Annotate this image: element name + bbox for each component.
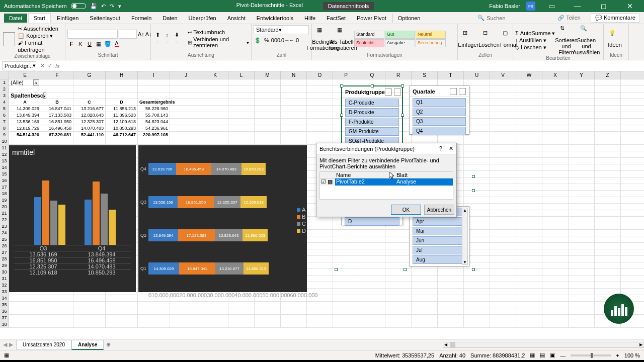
enter-formula-icon[interactable]: ✓ — [48, 62, 52, 69]
fx-icon[interactable]: fx — [55, 63, 60, 69]
col-header[interactable]: S — [412, 71, 438, 79]
col-header[interactable]: Y — [569, 71, 595, 79]
view-layout-icon[interactable]: ▤ — [540, 352, 545, 358]
decrease-decimal-icon[interactable]: ←.0 — [290, 36, 298, 44]
delete-cells-button[interactable]: ⊟Löschen — [480, 30, 498, 48]
menu-formulas[interactable]: Formeln — [126, 14, 156, 23]
slicer-item[interactable]: Aug — [413, 255, 466, 264]
col-header[interactable]: E — [9, 71, 41, 79]
zoom-out-icon[interactable]: — — [560, 352, 566, 358]
col-header[interactable]: V — [490, 71, 516, 79]
ribbon-display-icon[interactable]: ▭ — [541, 2, 561, 10]
thousands-icon[interactable]: 000 — [272, 36, 280, 44]
col-header[interactable]: F — [41, 71, 73, 79]
cut-button[interactable]: ✂ Ausschneiden — [18, 25, 63, 32]
search-label[interactable]: Suchen — [487, 15, 505, 21]
col-header[interactable]: R — [385, 71, 412, 79]
worksheet[interactable]: 1(Alle)▾23Spaltenbesc▾4ABCDGesamtergebni… — [0, 79, 644, 339]
name-box[interactable]: Produktgr...▾ — [2, 61, 36, 70]
col-header[interactable]: U — [464, 71, 490, 79]
autosave-toggle[interactable] — [71, 3, 86, 9]
horizontal-scrollbar[interactable]: ◀ ▶ — [443, 342, 644, 348]
col-name[interactable]: Name — [335, 172, 395, 178]
copy-button[interactable]: 📋 Kopieren ▾ — [18, 32, 63, 39]
menu-options[interactable]: Optionen — [392, 14, 426, 23]
menu-review[interactable]: Überprüfen — [184, 14, 221, 23]
col-header[interactable]: G — [73, 71, 106, 79]
col-header[interactable]: X — [542, 71, 569, 79]
font-color-icon[interactable]: A — [113, 40, 121, 48]
view-pagebreak-icon[interactable]: ▣ — [550, 352, 555, 358]
slicer-scrollbar[interactable]: ▲ ▼ — [462, 208, 468, 265]
zoom-slider[interactable] — [571, 354, 611, 356]
undo-icon[interactable]: ↶ — [101, 3, 106, 10]
slicer-produktgruppe[interactable]: Produktgruppe C-ProdukteD-ProdukteF-Prod… — [341, 85, 403, 145]
slicer-item[interactable]: Jul — [413, 246, 466, 254]
size-select[interactable] — [119, 30, 137, 39]
redo-icon[interactable]: ↷ — [110, 3, 114, 10]
alignment-grid[interactable]: ⬆↕⬇ ≡≡≡ — [153, 32, 181, 46]
slicer-item[interactable]: D-Produkte — [345, 108, 399, 117]
dialog-help-icon[interactable]: ? — [439, 145, 442, 151]
col-header[interactable]: H — [106, 71, 138, 79]
clear-filter-icon[interactable] — [459, 88, 466, 95]
tab-nav-left-icon[interactable]: ◀ — [3, 341, 7, 348]
menu-factset[interactable]: FactSet — [321, 14, 351, 23]
underline-icon[interactable]: U — [86, 40, 94, 48]
bold-icon[interactable]: F — [67, 40, 75, 48]
slicer-quartale[interactable]: Quartale Q1Q2Q3Q4 — [409, 85, 469, 135]
col-header[interactable]: K — [202, 71, 228, 79]
save-icon[interactable]: 💾 — [90, 3, 97, 10]
slicer-item[interactable]: Q1 — [413, 98, 466, 107]
menu-insert[interactable]: Einfügen — [52, 14, 84, 23]
slicer-item[interactable]: Jun — [413, 236, 466, 245]
autosum-button[interactable]: Σ AutoSumme ▾ — [515, 30, 555, 37]
add-sheet-icon[interactable]: ⊕ — [104, 341, 113, 348]
increase-decimal-icon[interactable]: .0→ — [281, 36, 289, 44]
multiselect-icon[interactable] — [450, 88, 457, 95]
col-header[interactable]: P — [333, 71, 359, 79]
menu-powerpivot[interactable]: Power Pivot — [352, 14, 391, 23]
zoom-level[interactable]: 100 % — [624, 352, 640, 358]
italic-icon[interactable]: K — [76, 40, 85, 48]
wrap-text-button[interactable]: ↩ Textumbruch — [188, 29, 249, 35]
slicer-item[interactable]: Q2 — [413, 108, 466, 116]
sheet-tab-analyse[interactable]: Analyse — [71, 340, 104, 350]
minimize-icon[interactable]: — — [568, 2, 588, 10]
formula-input[interactable] — [60, 61, 644, 70]
ok-button[interactable]: OK — [391, 205, 421, 215]
slicer-item[interactable]: Q4 — [413, 127, 466, 135]
close-icon[interactable]: ✕ — [620, 2, 640, 10]
share-button[interactable]: 🔗 Teilen — [557, 15, 581, 21]
increase-font-icon[interactable]: A↑ — [138, 31, 144, 37]
tab-nav-right-icon[interactable]: ▶ — [9, 341, 13, 348]
dialog-close-icon[interactable]: ✕ — [449, 145, 453, 151]
menu-help[interactable]: Hilfe — [299, 14, 320, 23]
percent-icon[interactable]: % — [263, 36, 271, 44]
insert-cells-button[interactable]: ⊞Einfügen — [460, 30, 478, 48]
slicer-item[interactable]: C-Produkte — [345, 99, 399, 107]
col-header[interactable]: M — [255, 71, 281, 79]
col-header[interactable]: L — [228, 71, 255, 79]
comments-button[interactable]: 💬 Kommentare — [591, 13, 640, 23]
menu-start[interactable]: Start — [28, 13, 51, 23]
col-header[interactable]: I — [138, 71, 170, 79]
menu-pagelayout[interactable]: Seitenlayout — [85, 14, 125, 23]
fill-button[interactable]: ↓ Ausfüllen ▾ — [515, 37, 555, 44]
zoom-in-icon[interactable]: + — [616, 352, 619, 358]
slicer-item[interactable]: D — [345, 217, 399, 226]
menu-view[interactable]: Ansicht — [222, 14, 251, 23]
slicer-item[interactable]: GM-Produkte — [345, 127, 399, 136]
fill-color-icon[interactable]: 🪣 — [104, 40, 112, 48]
dialog-list-row[interactable]: ☑ ▦ PivotTable2 Analyse — [320, 178, 453, 186]
col-header[interactable]: O — [307, 71, 333, 79]
multiselect-icon[interactable] — [385, 88, 392, 96]
menu-file[interactable]: Datei — [4, 14, 27, 23]
view-normal-icon[interactable]: ▦ — [530, 352, 535, 358]
cancel-formula-icon[interactable]: ✕ — [40, 62, 45, 69]
col-header[interactable]: Z — [595, 71, 621, 79]
col-header[interactable]: N — [281, 71, 307, 79]
cancel-button[interactable]: Abbrechen — [424, 205, 454, 215]
user-badge[interactable]: FB — [526, 2, 535, 11]
slicer-item[interactable]: Mai — [413, 227, 466, 235]
